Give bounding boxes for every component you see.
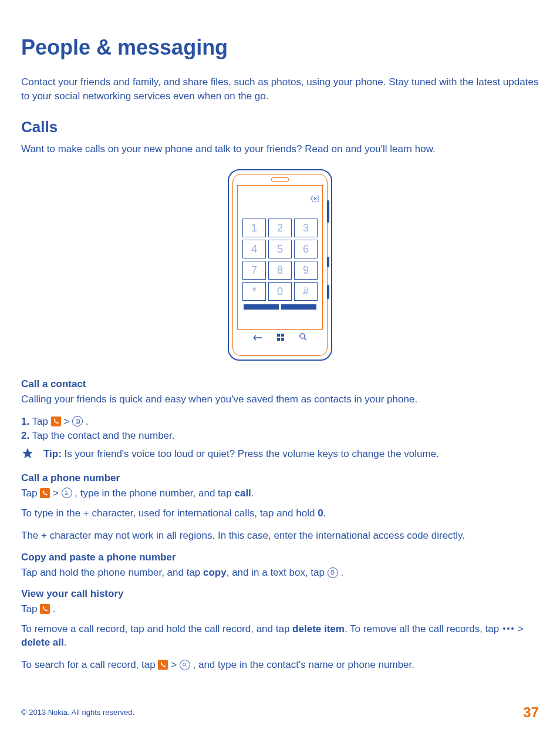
key-4: 4 (242, 240, 266, 258)
section-calls-intro: Want to make calls on your new phone and… (21, 142, 539, 156)
nav-row (233, 330, 327, 346)
step-2: 2. Tap the contact and the number. (21, 429, 539, 443)
intro-paragraph: Contact your friends and family, and sha… (21, 75, 539, 103)
copyright: © 2013 Nokia. All rights reserved. (21, 707, 134, 718)
phone-tile-icon (40, 488, 50, 498)
dialpad-icon (62, 488, 72, 498)
key-6: 6 (294, 240, 318, 258)
key-1: 1 (242, 219, 266, 237)
key-8: 8 (268, 261, 292, 280)
svg-rect-16 (331, 571, 334, 575)
svg-rect-3 (281, 338, 284, 341)
step-1: 1. Tap > . (21, 415, 539, 429)
call-buttons-bar (238, 304, 322, 312)
page-heading: People & messaging (21, 33, 539, 62)
search-icon (180, 660, 190, 670)
phone-tile-icon (158, 660, 168, 670)
svg-point-12 (68, 493, 68, 493)
search-icon (299, 331, 307, 345)
key-9: 9 (294, 261, 318, 280)
key-2: 2 (268, 219, 292, 237)
back-arrow-icon (253, 331, 262, 345)
paste-icon (328, 567, 338, 578)
call-contact-title: Call a contact (21, 377, 539, 391)
phone-tile-icon (40, 604, 50, 614)
key-3: 3 (294, 219, 318, 237)
tip: Tip: Is your friend's voice too loud or … (21, 447, 539, 464)
svg-point-9 (68, 492, 68, 492)
key-7: 7 (242, 261, 266, 280)
svg-point-14 (66, 494, 67, 495)
copy-paste-line: Tap and hold the phone number, and tap c… (21, 566, 539, 580)
svg-rect-2 (277, 338, 280, 341)
call-number-line2: To type in the + character, used for int… (21, 506, 539, 520)
call-number-line1: Tap > , type in the phone number, and ta… (21, 486, 539, 500)
svg-point-8 (66, 492, 67, 492)
key-hash: # (294, 282, 318, 301)
svg-point-10 (65, 493, 66, 493)
svg-point-7 (65, 492, 66, 492)
svg-point-4 (300, 334, 305, 338)
more-icon (503, 627, 514, 630)
svg-point-13 (65, 494, 66, 495)
section-calls-title: Calls (21, 116, 539, 137)
svg-point-15 (68, 494, 68, 495)
svg-point-11 (66, 493, 67, 493)
svg-point-18 (183, 663, 186, 666)
history-line1: Tap . (21, 602, 539, 616)
call-contact-intro: Calling your friends is quick and easy w… (21, 392, 539, 407)
history-title: View your call history (21, 587, 539, 601)
windows-icon (277, 331, 284, 345)
call-number-line3: The + character may not work in all regi… (21, 529, 539, 543)
footer: © 2013 Nokia. All rights reserved. 37 (21, 703, 539, 723)
svg-point-6 (77, 421, 78, 422)
keypad: 1 2 3 4 5 6 7 8 9 * 0 # (238, 219, 322, 304)
copy-paste-title: Copy and paste a phone number (21, 550, 539, 565)
svg-rect-1 (281, 334, 284, 337)
contacts-icon (72, 416, 83, 426)
phone-illustration: 1 2 3 4 5 6 7 8 9 * 0 # (228, 169, 332, 361)
svg-rect-17 (332, 570, 333, 572)
key-0: 0 (268, 282, 292, 301)
phone-tile-icon (51, 416, 61, 426)
history-line2: To remove a call record, tap and hold th… (21, 622, 539, 650)
svg-rect-0 (277, 334, 280, 337)
history-line3: To search for a call record, tap > , and… (21, 658, 539, 672)
key-star: * (242, 282, 266, 301)
key-5: 5 (268, 240, 292, 258)
backspace-icon (311, 192, 319, 206)
call-number-title: Call a phone number (21, 471, 539, 485)
star-icon (21, 447, 34, 464)
page-number: 37 (523, 703, 539, 723)
